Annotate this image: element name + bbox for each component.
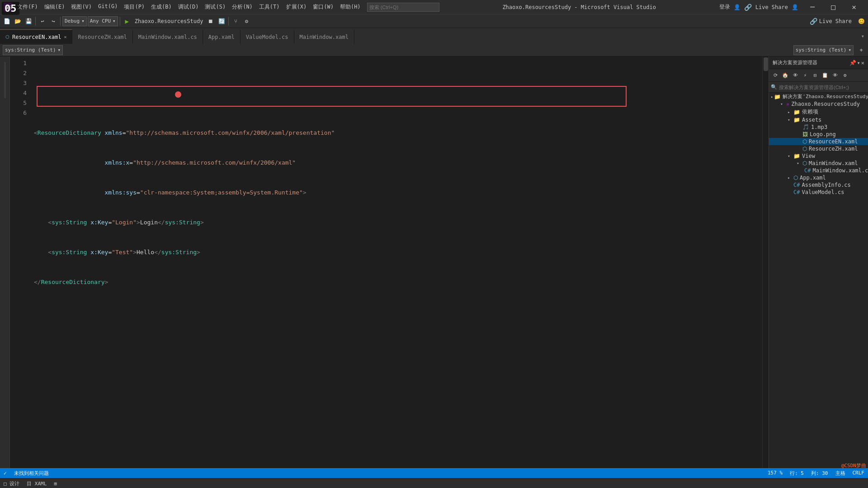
tree-dependencies[interactable]: ▸ 📁 依赖项: [769, 108, 868, 116]
tab-resource-en[interactable]: ⬡ ResourceEN.xaml ✕: [0, 29, 72, 44]
menu-window[interactable]: 窗口(W): [310, 2, 336, 12]
git-btn[interactable]: ⑂: [231, 16, 241, 26]
tab-label-5: MainWindow.xaml: [300, 34, 349, 40]
minimize-button[interactable]: ─: [802, 0, 823, 14]
menu-git[interactable]: Git(G): [95, 2, 120, 12]
open-btn[interactable]: 📂: [13, 16, 23, 26]
line-numbers: 1 2 3 4 5 6: [10, 57, 30, 468]
tree-mainwindow-cs[interactable]: C# MainWindow.xaml.cs: [769, 167, 868, 174]
menu-test[interactable]: 测试(S): [202, 2, 228, 12]
tree-resource-zh[interactable]: ⬡ ResourceZH.xaml: [769, 145, 868, 152]
mainwindow-xaml-icon: ⬡: [802, 160, 807, 166]
search-bar[interactable]: [367, 3, 439, 12]
png-icon: 🖼: [802, 131, 808, 137]
scope-left-label: sys:String (Test): [5, 47, 56, 53]
app-xaml-icon: ⬡: [793, 175, 798, 181]
se-dropdown-btn[interactable]: ▾: [857, 60, 860, 66]
split-tab[interactable]: ⊞: [54, 481, 57, 487]
se-filter-btn[interactable]: ⚡: [801, 71, 810, 80]
folder-icon: 📁: [793, 109, 800, 115]
error-check-icon: ✓: [4, 470, 7, 476]
dependencies-label: 依赖项: [802, 108, 818, 116]
config-dropdown[interactable]: Debug ▾: [62, 16, 87, 26]
toolbar-sep-1: [35, 17, 36, 26]
editor-vscrollbar[interactable]: [762, 57, 769, 468]
se-close-btn[interactable]: ✕: [861, 60, 864, 66]
tab-mainwindow-cs[interactable]: MainWindow.xaml.cs: [133, 29, 203, 44]
tree-assemblyinfo[interactable]: C# AssemblyInfo.cs: [769, 181, 868, 189]
tab-resource-zh[interactable]: ResourceZH.xaml: [72, 29, 132, 44]
tree-app-xaml[interactable]: ▸ ⬡ App.xaml: [769, 174, 868, 181]
menu-analyze[interactable]: 分析(N): [229, 2, 255, 12]
tree-mainwindow-xaml[interactable]: ▾ ⬡ MainWindow.xaml: [769, 160, 868, 167]
se-search-input[interactable]: [779, 85, 866, 90]
undo-btn[interactable]: ↩: [38, 16, 47, 26]
new-project-btn[interactable]: 📄: [2, 16, 12, 26]
tree-valuemodel[interactable]: C# ValueModel.cs: [769, 189, 868, 196]
user-icon[interactable]: 👤: [734, 4, 741, 10]
person-icon: 👤: [792, 4, 798, 10]
se-home-btn[interactable]: 🏠: [781, 71, 790, 80]
expand-btn[interactable]: +: [856, 45, 866, 55]
tab-bar: ⬡ ResourceEN.xaml ✕ ResourceZH.xaml Main…: [0, 28, 868, 44]
live-share-label[interactable]: Live Share: [755, 4, 788, 10]
redo-btn[interactable]: ↪: [48, 16, 58, 26]
tree-1mp3[interactable]: 🎵 1.mp3: [769, 123, 868, 131]
platform-dropdown[interactable]: Any CPU ▾: [88, 16, 118, 26]
tab-overflow-btn[interactable]: ▾: [858, 33, 868, 39]
menu-help[interactable]: 帮助(H): [337, 2, 363, 12]
se-pin-btn[interactable]: 📌: [849, 60, 856, 66]
live-share-icon: 🔗: [744, 4, 752, 11]
chevron-down-icon: ▾: [848, 47, 851, 53]
search-input[interactable]: [367, 3, 439, 12]
scope-dropdown-left[interactable]: sys:String (Test) ▾: [3, 45, 63, 55]
stop-btn[interactable]: ⏹: [206, 16, 216, 26]
code-line-3: xmlns:sys="clr-namespace:System;assembly…: [34, 188, 759, 198]
file-logo-label: Logo.png: [810, 131, 836, 137]
menu-tools[interactable]: 工具(T): [256, 2, 283, 12]
se-show-all-btn[interactable]: 👁: [791, 71, 800, 80]
crlf-label[interactable]: CRLF: [853, 470, 865, 477]
scope-dropdown-right[interactable]: sys:String (Test) ▾: [793, 45, 854, 55]
tree-view-folder[interactable]: ▾ 📁 View: [769, 152, 868, 160]
left-gutter: [0, 57, 10, 468]
assets-label: Assets: [802, 117, 821, 123]
file-mainwindow-xaml-label: MainWindow.xaml: [809, 160, 858, 166]
save-btn[interactable]: 💾: [24, 16, 33, 26]
se-properties-btn[interactable]: 📋: [821, 71, 830, 80]
tab-close-0[interactable]: ✕: [64, 34, 66, 39]
tab-valuemodel[interactable]: ValueModel.cs: [241, 29, 294, 44]
se-collapse-btn[interactable]: ⊟: [811, 71, 820, 80]
menu-build[interactable]: 生成(B): [148, 2, 175, 12]
tree-solution-root[interactable]: ▸ 📁 解决方案'Zhaoxo.ResourcesStudy'(1个项目): [769, 93, 868, 100]
menu-extensions[interactable]: 扩展(X): [283, 2, 310, 12]
design-tab[interactable]: □ 设计: [4, 480, 19, 487]
tab-app-xaml[interactable]: App.xaml: [203, 29, 241, 44]
tab-mainwindow-xaml[interactable]: MainWindow.xaml: [294, 29, 354, 44]
menu-debug[interactable]: 调试(D): [175, 2, 202, 12]
menu-view[interactable]: 视图(V): [68, 2, 94, 12]
scrollbar-thumb[interactable]: [764, 57, 768, 71]
se-search-bar[interactable]: 🔍: [769, 82, 868, 93]
maximize-button[interactable]: □: [823, 0, 844, 14]
tree-assets-folder[interactable]: ▾ 📁 Assets: [769, 116, 868, 123]
tree-logo-png[interactable]: 🖼 Logo.png: [769, 131, 868, 138]
zoom-label[interactable]: 157 %: [768, 470, 783, 477]
code-area[interactable]: <ResourceDictionary xmlns="http://schema…: [30, 57, 762, 468]
se-sync-btn[interactable]: ⟳: [771, 71, 780, 80]
login-label[interactable]: 登录: [719, 3, 730, 11]
menu-edit[interactable]: 编辑(E): [42, 2, 68, 12]
tree-resource-en[interactable]: ⬡ ResourceEN.xaml: [769, 138, 868, 145]
feedback-btn[interactable]: 😊: [856, 16, 866, 26]
restart-btn[interactable]: 🔄: [217, 16, 226, 26]
se-preview-btn[interactable]: 👁: [830, 71, 840, 80]
live-share-btn[interactable]: 🔗 Live Share: [806, 17, 855, 26]
xaml-tab[interactable]: 目 XAML: [27, 480, 47, 487]
close-button[interactable]: ✕: [844, 0, 864, 14]
tree-project[interactable]: ▾ ▪ Zhaoxo.ResourcesStudy: [769, 100, 868, 108]
settings-btn[interactable]: ⚙: [241, 16, 251, 26]
menu-project[interactable]: 项目(P): [121, 2, 147, 12]
editor-panel[interactable]: 1 2 3 4 5 6 <ResourceDictionary xmlns="h…: [10, 57, 769, 468]
se-settings-btn[interactable]: ⚙: [840, 71, 849, 80]
run-btn[interactable]: ▶: [122, 16, 132, 26]
